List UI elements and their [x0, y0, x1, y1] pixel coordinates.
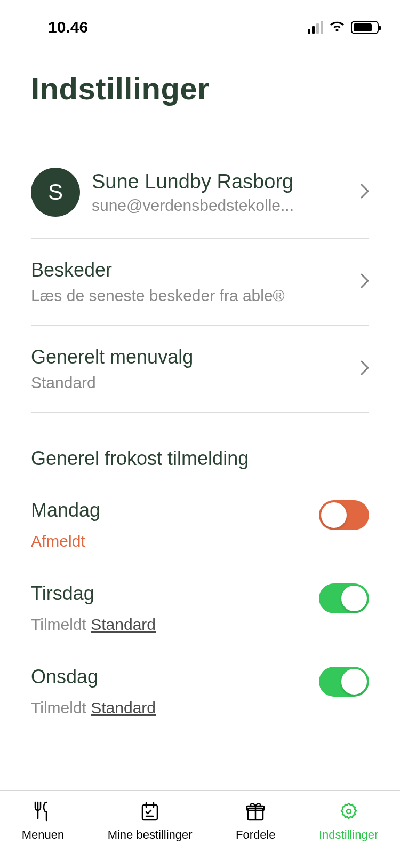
menu-choice-title: Generelt menuvalg: [31, 346, 355, 368]
status-bar: 10.46: [0, 0, 400, 43]
profile-email: sune@verdensbedstekolle...: [92, 196, 355, 215]
messages-subtitle: Læs de seneste beskeder fra able®: [31, 287, 355, 305]
day-row: OnsdagTilmeldt Standard: [31, 666, 369, 717]
messages-title: Beskeder: [31, 259, 355, 281]
tab-settings[interactable]: Indstillinger: [319, 800, 378, 842]
messages-row[interactable]: Beskeder Læs de seneste beskeder fra abl…: [31, 239, 369, 326]
chevron-right-icon: [361, 273, 369, 290]
tab-settings-label: Indstillinger: [319, 828, 378, 842]
menu-choice-row[interactable]: Generelt menuvalg Standard: [31, 326, 369, 413]
day-status: Afmeldt: [31, 532, 319, 550]
day-toggle[interactable]: [319, 500, 369, 530]
day-status[interactable]: Tilmeldt Standard: [31, 699, 319, 717]
day-status[interactable]: Tilmeldt Standard: [31, 616, 319, 634]
day-name: Tirsdag: [31, 582, 319, 605]
tab-benefits-label: Fordele: [236, 828, 276, 842]
lunch-section-header: Generel frokost tilmelding: [31, 447, 369, 470]
day-name: Mandag: [31, 499, 319, 522]
signal-icon: [308, 21, 323, 34]
day-row: TirsdagTilmeldt Standard: [31, 582, 369, 634]
page-title: Indstillinger: [31, 70, 369, 106]
tab-menu[interactable]: Menuen: [22, 800, 65, 842]
wifi-icon: [329, 21, 346, 34]
status-time: 10.46: [48, 18, 88, 36]
tab-benefits[interactable]: Fordele: [236, 800, 276, 842]
menu-choice-value: Standard: [31, 374, 355, 392]
svg-rect-0: [142, 805, 157, 820]
profile-name: Sune Lundby Rasborg: [92, 170, 355, 193]
battery-icon: [351, 21, 379, 34]
status-icons: [308, 21, 379, 34]
tab-orders-label: Mine bestillinger: [108, 828, 193, 842]
profile-row[interactable]: S Sune Lundby Rasborg sune@verdensbedste…: [31, 168, 369, 239]
tab-bar: Menuen Mine bestillinger Fordele Indstil…: [0, 790, 400, 868]
day-name: Onsdag: [31, 666, 319, 688]
chevron-right-icon: [361, 184, 369, 201]
chevron-right-icon: [361, 360, 369, 377]
svg-point-3: [347, 809, 351, 814]
day-toggle[interactable]: [319, 667, 369, 697]
avatar: S: [31, 168, 80, 217]
day-row: MandagAfmeldt: [31, 499, 369, 550]
tab-orders[interactable]: Mine bestillinger: [108, 800, 193, 842]
day-toggle[interactable]: [319, 583, 369, 613]
tab-menu-label: Menuen: [22, 828, 65, 842]
